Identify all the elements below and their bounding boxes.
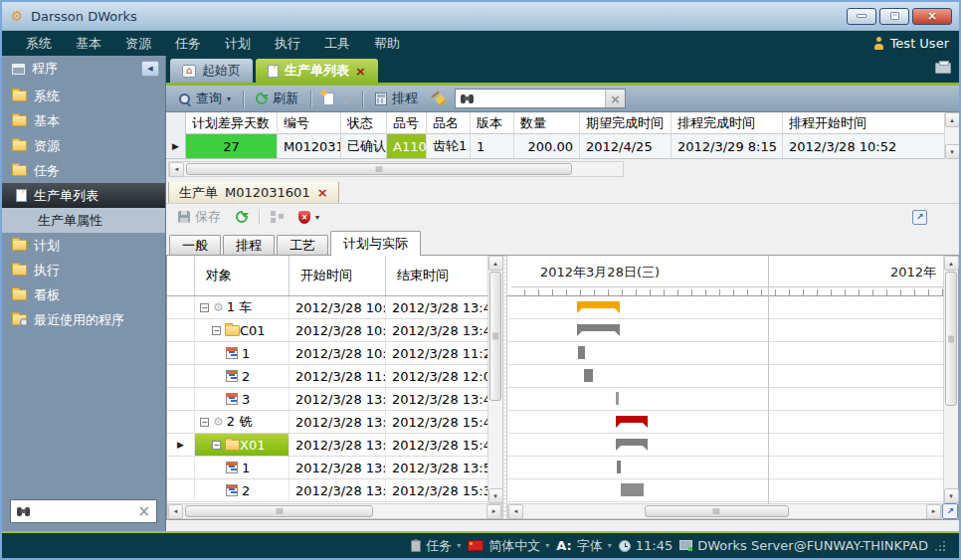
menu-item-4[interactable]: 计划 (213, 31, 263, 56)
maximize-button[interactable] (879, 8, 909, 25)
new-button[interactable] (319, 91, 338, 107)
menu-item-3[interactable]: 任务 (163, 31, 213, 56)
sidebar-search-input[interactable] (36, 504, 132, 519)
clean-button[interactable] (427, 90, 450, 107)
record-refresh-button[interactable] (232, 209, 252, 225)
subtab-1[interactable]: 排程 (223, 235, 275, 255)
tree-row-5[interactable]: −⚙2 铣2012/3/28 13:302012/3/28 15:40 (167, 411, 487, 434)
subtab-2[interactable]: 工艺 (277, 235, 328, 255)
tree-horizontal-scrollbar[interactable]: ◂ ▸ (167, 503, 502, 519)
gantt-bar-task[interactable] (621, 483, 644, 496)
column-header[interactable]: 计划差异天数 (186, 112, 278, 134)
search-clear-button[interactable]: × (605, 90, 625, 107)
gantt-bar-task[interactable] (616, 392, 619, 405)
object-cell[interactable]: −X01 (195, 434, 289, 456)
gantt-bar-summary[interactable] (577, 301, 620, 308)
column-header[interactable]: 数量 (514, 112, 580, 134)
tab-production-order-list[interactable]: 生产单列表 × (256, 59, 378, 83)
tree-expander-icon[interactable]: − (200, 303, 209, 312)
column-header[interactable]: 排程完成时间 (672, 112, 783, 134)
subtab-3[interactable]: 计划与实际 (330, 231, 421, 256)
menu-item-6[interactable]: 工具 (312, 31, 362, 56)
resize-grip[interactable] (935, 541, 945, 551)
sidebar-item-2[interactable]: 资源 (2, 133, 165, 158)
status-task-menu[interactable]: 任务 ▾ (411, 537, 461, 555)
tree-expander-icon[interactable]: − (200, 418, 209, 427)
tree-row-3[interactable]: 22012/3/28 11:222012/3/28 12:00 (167, 365, 487, 388)
toolbar-search-field[interactable]: × (455, 89, 626, 108)
toolbar-search-input[interactable] (480, 92, 600, 106)
sidebar-search-clear-icon[interactable]: × (137, 504, 150, 519)
gantt-popout-icon[interactable]: ↗ (942, 503, 958, 519)
scrollbar-thumb[interactable] (489, 272, 501, 401)
sidebar-item-5[interactable]: 生产单属性 (2, 208, 165, 233)
schedule-button[interactable]: 排程 (371, 88, 422, 109)
scroll-left-button[interactable]: ◂ (508, 504, 523, 519)
tree-column-header[interactable]: 对象 (195, 256, 289, 295)
printer-icon[interactable] (935, 63, 951, 74)
status-font-menu[interactable]: A: 字体 ▾ (556, 537, 612, 555)
scrollbar-thumb[interactable] (185, 505, 373, 517)
orders-horizontal-scrollbar[interactable]: ◂ (168, 161, 624, 177)
scroll-up-button[interactable]: ▴ (488, 256, 503, 271)
task-dropdown-icon[interactable]: ▾ (457, 541, 461, 550)
tree-row-0[interactable]: −⚙1 车2012/3/28 10:522012/3/28 13:40 (167, 296, 487, 319)
sidebar-item-6[interactable]: 计划 (2, 233, 165, 258)
object-cell[interactable]: 1 (195, 342, 289, 364)
gantt-bar-summary[interactable] (577, 324, 620, 331)
column-header[interactable]: 排程开始时间 (783, 112, 944, 134)
scrollbar-thumb[interactable] (186, 163, 572, 175)
gantt-bar-summary[interactable] (616, 439, 648, 446)
tree-vertical-scrollbar[interactable]: ▴ ▾ (487, 256, 502, 503)
tree-expander-icon[interactable]: − (212, 326, 221, 335)
scroll-right-button[interactable]: ▸ (486, 504, 501, 519)
gantt-horizontal-scrollbar[interactable]: ◂ ▸ (507, 503, 942, 519)
sidebar-search-box[interactable]: × (10, 499, 157, 523)
scrollbar-thumb[interactable] (645, 505, 790, 517)
object-cell[interactable]: −C01 (195, 319, 289, 341)
query-dropdown-icon[interactable]: ▾ (227, 94, 231, 103)
scroll-down-button[interactable]: ▾ (945, 144, 960, 159)
flow-button[interactable] (267, 209, 288, 225)
gantt-bar-task[interactable] (584, 369, 593, 382)
scroll-right-button[interactable]: ▸ (926, 504, 941, 519)
status-language-menu[interactable]: 简体中文 ▾ (468, 537, 549, 555)
menu-item-5[interactable]: 执行 (263, 31, 312, 56)
sidebar-item-8[interactable]: 看板 (2, 282, 165, 307)
sidebar-collapse-button[interactable]: ◀ (141, 61, 159, 77)
menu-item-0[interactable]: 系统 (14, 31, 64, 56)
sidebar-item-9[interactable]: 最近使用的程序 (2, 307, 165, 332)
query-button[interactable]: 查询 ▾ (174, 88, 235, 109)
scroll-up-button[interactable]: ▴ (945, 112, 960, 127)
object-cell[interactable]: −⚙2 铣 (195, 411, 289, 433)
gantt-vertical-scrollbar[interactable]: ▴ ▾ (943, 256, 958, 503)
gantt-bar-summary[interactable] (616, 416, 648, 423)
scroll-left-button[interactable]: ◂ (169, 162, 184, 177)
validate-button[interactable]: × ▾ (294, 209, 323, 226)
tree-row-8[interactable]: 22012/3/28 13:502012/3/28 15:30 (167, 479, 487, 502)
sidebar-item-4[interactable]: 生产单列表 (2, 183, 165, 208)
column-header[interactable]: 品号 (387, 112, 427, 134)
validate-dropdown-icon[interactable]: ▾ (315, 213, 319, 222)
scroll-left-button[interactable]: ◂ (168, 504, 183, 519)
edit-button[interactable] (343, 91, 354, 107)
object-cell[interactable]: 2 (195, 479, 289, 501)
object-cell[interactable]: 3 (195, 388, 289, 410)
scroll-down-button[interactable]: ▾ (944, 488, 959, 503)
language-dropdown-icon[interactable]: ▾ (545, 541, 549, 550)
orders-grid-row[interactable]: ▶ 27M012031601已确认A11001齿轮11200.002012/4/… (166, 134, 944, 158)
object-cell[interactable]: 2 (195, 365, 289, 387)
scroll-down-button[interactable]: ▾ (488, 488, 503, 503)
object-cell[interactable]: −⚙1 车 (195, 296, 289, 318)
tree-row-2[interactable]: 12012/3/28 10:522012/3/28 11:22 (167, 342, 487, 365)
tree-column-header[interactable]: 开始时间 (289, 256, 386, 295)
column-header[interactable]: 状态 (341, 112, 387, 134)
refresh-button[interactable]: 刷新 (252, 88, 302, 109)
column-header[interactable]: 编号 (278, 112, 341, 134)
tree-row-4[interactable]: 32012/3/28 13:302012/3/28 13:40 (167, 388, 487, 411)
column-header[interactable]: 品名 (427, 112, 471, 134)
menu-item-7[interactable]: 帮助 (362, 31, 412, 56)
sidebar-item-0[interactable]: 系统 (2, 84, 165, 108)
tree-column-header[interactable]: 结束时间 (386, 256, 487, 295)
sidebar-item-1[interactable]: 基本 (2, 108, 165, 133)
